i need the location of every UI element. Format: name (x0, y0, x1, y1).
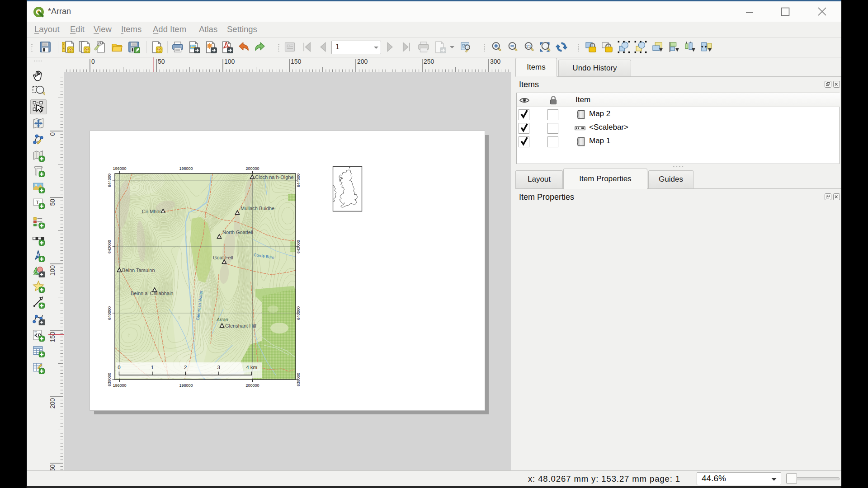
svg-text:100: 100 (49, 265, 56, 276)
svg-text:North Goatfell: North Goatfell (222, 230, 253, 235)
svg-text:642000: 642000 (296, 240, 301, 253)
svg-text:198000: 198000 (179, 383, 193, 388)
svg-text:0: 0 (49, 132, 56, 136)
svg-text:200000: 200000 (245, 383, 259, 388)
svg-text:1:1: 1:1 (526, 44, 531, 48)
svg-text:N: N (36, 253, 39, 257)
svg-text:200: 200 (357, 58, 368, 65)
svg-text:100: 100 (224, 58, 235, 65)
svg-text:644000: 644000 (107, 174, 112, 187)
svg-text:0: 0 (91, 58, 95, 65)
svg-text:Goat Fell: Goat Fell (213, 255, 233, 260)
svg-text:Arran: Arran (216, 317, 228, 322)
svg-text:Cioch na h-Oighe: Cioch na h-Oighe (255, 174, 294, 180)
svg-text:Beinn a' Chliabhain: Beinn a' Chliabhain (131, 291, 173, 296)
svg-text:50: 50 (49, 199, 56, 206)
svg-text:638000: 638000 (296, 373, 301, 386)
svg-text:150: 150 (291, 58, 302, 65)
svg-text:300: 300 (490, 58, 501, 65)
svg-text:196000: 196000 (113, 166, 126, 171)
svg-text:Beinn Tarsuinn: Beinn Tarsuinn (122, 267, 155, 273)
svg-text:644000: 644000 (296, 174, 301, 187)
svg-text:200000: 200000 (245, 166, 259, 171)
svg-text:50: 50 (158, 58, 165, 65)
svg-text:640000: 640000 (107, 306, 112, 320)
svg-text:1: 1 (151, 365, 154, 370)
svg-text:638000: 638000 (107, 373, 112, 386)
svg-text:250: 250 (49, 465, 56, 470)
svg-text:642000: 642000 (107, 240, 112, 253)
svg-text:Cir Mhòr: Cir Mhòr (142, 209, 161, 214)
svg-text:0: 0 (118, 365, 120, 370)
svg-text:640000: 640000 (296, 306, 301, 320)
svg-text:150: 150 (49, 332, 56, 343)
svg-text:Mullach Buidhe: Mullach Buidhe (241, 206, 274, 211)
svg-text:250: 250 (424, 58, 434, 65)
svg-text:3: 3 (217, 365, 220, 370)
svg-text:2: 2 (184, 365, 187, 370)
svg-text:196000: 196000 (113, 383, 126, 388)
svg-text:4 km: 4 km (246, 365, 257, 370)
svg-text:198000: 198000 (179, 166, 193, 171)
svg-text:200: 200 (49, 398, 56, 409)
svg-text:Glenshant Hill: Glenshant Hill (225, 323, 256, 328)
